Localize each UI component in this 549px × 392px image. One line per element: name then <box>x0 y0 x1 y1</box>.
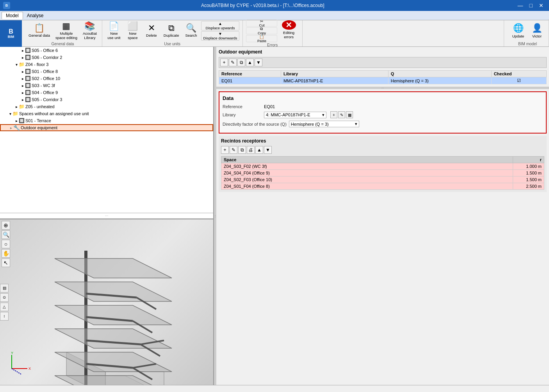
victor-button[interactable]: 👤 Victor <box>528 21 545 41</box>
view-zoom-in[interactable]: 🔍 <box>2 230 10 239</box>
table-row[interactable]: Z04_S03_F02 (WC 3f) 1.000 m <box>221 163 544 170</box>
table-row[interactable]: Z04_S04_F04 (Office 9) 1.500 m <box>221 170 544 176</box>
title-bar: B AcouBATBIM by CYPE - v2018.beta.i - [T… <box>0 0 549 11</box>
data-library-row: Library 4: MMC-AP0187HP1-E ▾ + ✎ ▦ <box>223 111 543 118</box>
status-bar <box>0 385 549 392</box>
view-controls: ⊕ 🔍 ○ ✋ ↖ <box>2 221 10 267</box>
table-row[interactable]: Z04_S01_F04 (Office 8) 2.500 m <box>221 183 544 190</box>
new-use-unit-button[interactable]: 📄 Newuse unit <box>105 21 123 41</box>
view-rotate[interactable]: ○ <box>2 240 10 248</box>
library-icon: 📚 <box>84 22 95 30</box>
recintos-copy-btn[interactable]: ⧉ <box>238 146 246 154</box>
recintos-edit-btn[interactable]: ✎ <box>230 146 237 154</box>
copy-button[interactable]: ⧉ Copy <box>246 27 277 34</box>
main-content: ▸ 🔲 S05 - Office 6 ▸ 🔲 S06 - Corridor 2 … <box>0 47 549 385</box>
tree-item-s05[interactable]: ▸ 🔲 S05 - Office 6 <box>0 47 213 54</box>
new-space-label: Newspace <box>128 31 137 40</box>
tree-item-s02-z04-label: S02 - Office 10 <box>32 76 60 81</box>
tree-item-s04-z04[interactable]: ▸ 🔲 S04 - Office 9 <box>0 89 213 96</box>
displace-upwards-button[interactable]: ▲ Displace upwards <box>201 21 239 30</box>
outdoor-edit-button[interactable]: ✎ <box>229 59 237 66</box>
view-select[interactable]: ↖ <box>2 258 10 267</box>
outdoor-down-button[interactable]: ▼ <box>255 59 262 66</box>
recintos-space-1: Z04_S04_F04 (Office 9) <box>221 170 513 176</box>
view-zoom-extent[interactable]: ⊕ <box>2 221 10 230</box>
outdoor-add-button[interactable]: + <box>220 59 228 66</box>
library-dropdown-value: 4: MMC-AP0187HP1-E <box>266 112 310 117</box>
paste-button[interactable]: 📋 Paste <box>246 35 277 42</box>
tree-item-z04[interactable]: ▾ 📁 Z04 - floor 3 <box>0 61 213 68</box>
close-button[interactable]: ✕ <box>537 2 546 9</box>
tree-item-s05-z04[interactable]: ▸ 🔲 S05 - Corridor 3 <box>0 96 213 103</box>
3d-ctrl-2[interactable]: ⊙ <box>0 293 9 302</box>
library-grid-btn[interactable]: ▦ <box>346 111 353 118</box>
outdoor-up-button[interactable]: ▲ <box>246 59 254 66</box>
tree-item-outdoor[interactable]: ▸ 🔧 Outdoor equipment <box>0 124 213 131</box>
maximize-button[interactable]: □ <box>527 2 535 9</box>
update-button[interactable]: 🌐 Update <box>510 21 527 41</box>
tree-item-spaces-without[interactable]: ▾ 📁 Spaces without an assigned use unit <box>0 110 213 117</box>
horizontal-splitter[interactable]: ··· <box>216 87 549 89</box>
multiple-space-editing-button[interactable]: ▦ Multiplespace editing <box>53 21 79 41</box>
outdoor-equipment-table: Reference Library Q Checked EQ01 MMC-AP0… <box>219 70 547 84</box>
col-reference: Reference <box>219 71 281 77</box>
search-button[interactable]: 🔍 Search <box>182 21 200 41</box>
3d-ctrl-1[interactable]: ▤ <box>0 284 9 292</box>
axis-indicator: Y X Z <box>8 351 35 375</box>
directivity-dropdown[interactable]: Hemisphere (Q = 3) ▾ <box>289 121 359 127</box>
editing-errors-button[interactable]: ✕ Editingerrors <box>279 20 299 40</box>
acouBat-library-button[interactable]: 📚 AcouBatLibrary <box>81 21 99 41</box>
cell-q: Hemisphere (Q = 3) <box>388 77 491 84</box>
table-row[interactable]: EQ01 MMC-AP0187HP1-E Hemisphere (Q = 3) … <box>219 77 547 84</box>
view-pan[interactable]: ✋ <box>2 249 10 258</box>
multiple-space-label: Multiplespace editing <box>55 31 77 40</box>
table-row[interactable]: Z04_S02_F03 (Office 10) 1.500 m <box>221 176 544 183</box>
tree-item-s06-label: S06 - Corridor 2 <box>32 55 62 60</box>
tree-item-s01-terrace-label: S01 - Terrace <box>25 118 51 123</box>
tree-item-z05[interactable]: ▸ 📁 Z05 - unheated <box>0 103 213 110</box>
delete-button[interactable]: ✕ Delete <box>143 21 160 41</box>
recintos-down-btn[interactable]: ▼ <box>264 146 272 154</box>
recintos-up-btn[interactable]: ▲ <box>255 146 263 154</box>
tree-item-s01-terrace[interactable]: ▸ 🔲 S01 - Terrace <box>0 117 213 124</box>
cut-button[interactable]: ✂ Cut <box>246 20 277 27</box>
reference-value: EQ01 <box>264 104 275 109</box>
directivity-value: Hemisphere (Q = 3) <box>291 122 329 127</box>
menu-analyse[interactable]: Analyse <box>23 12 48 19</box>
data-panel: Data Reference EQ01 Library 4: MMC-AP018… <box>219 91 547 134</box>
tree-item-s02-z04[interactable]: ▸ 🔲 S02 - Office 10 <box>0 75 213 82</box>
recintos-print-btn[interactable]: 🖨 <box>247 146 255 154</box>
tree-item-s01-z04[interactable]: ▸ 🔲 S01 - Office 8 <box>0 68 213 75</box>
3d-ctrl-3[interactable]: △ <box>0 303 9 311</box>
duplicate-button[interactable]: ⧉ Duplicate <box>162 21 181 41</box>
recintos-toolbar: + ✎ ⧉ 🖨 ▲ ▼ <box>221 146 544 154</box>
library-edit-btn[interactable]: ✎ <box>338 111 345 118</box>
toolbar-general-data-section: 📋 General data ▦ Multiplespace editing 📚… <box>23 20 102 46</box>
tree-item-s03-z04-label: S03 - WC 3f <box>32 83 55 88</box>
col-q: Q <box>388 71 491 77</box>
victor-label: Victor <box>532 34 542 38</box>
splitter-dots[interactable]: ··· <box>0 213 213 219</box>
recintos-space-3: Z04_S01_F04 (Office 8) <box>221 183 513 190</box>
minimize-button[interactable]: — <box>515 2 526 9</box>
displace-downwards-button[interactable]: ▼ Displace downwards <box>201 31 239 41</box>
tree-item-s03-z04[interactable]: ▸ 🔲 S03 - WC 3f <box>0 82 213 89</box>
menu-model[interactable]: Model <box>2 12 23 19</box>
3d-building-svg <box>16 227 213 385</box>
new-space-button[interactable]: ⬜ Newspace <box>124 21 141 41</box>
recintos-r-2: 1.500 m <box>513 176 544 183</box>
svg-line-36 <box>12 369 21 374</box>
toolbar-use-units-name: Use units <box>164 42 180 46</box>
axis-svg: Y X Z <box>8 351 35 374</box>
general-data-button[interactable]: 📋 General data <box>27 21 52 41</box>
3d-ctrl-4[interactable]: ↕ <box>0 312 9 321</box>
tree-item-s04-z04-label: S04 - Office 9 <box>32 90 58 95</box>
bim-model-section: 🌐 Update 👤 Victor BIM model <box>506 19 549 48</box>
recintos-add-btn[interactable]: + <box>221 146 229 154</box>
library-dropdown[interactable]: 4: MMC-AP0187HP1-E ▾ <box>264 112 326 118</box>
tree-item-s06[interactable]: ▸ 🔲 S06 - Corridor 2 <box>0 54 213 61</box>
library-add-btn[interactable]: + <box>330 111 337 118</box>
svg-text:X: X <box>29 367 31 371</box>
tree-area: ▸ 🔲 S05 - Office 6 ▸ 🔲 S06 - Corridor 2 … <box>0 47 213 213</box>
outdoor-copy-button[interactable]: ⧉ <box>237 59 245 66</box>
